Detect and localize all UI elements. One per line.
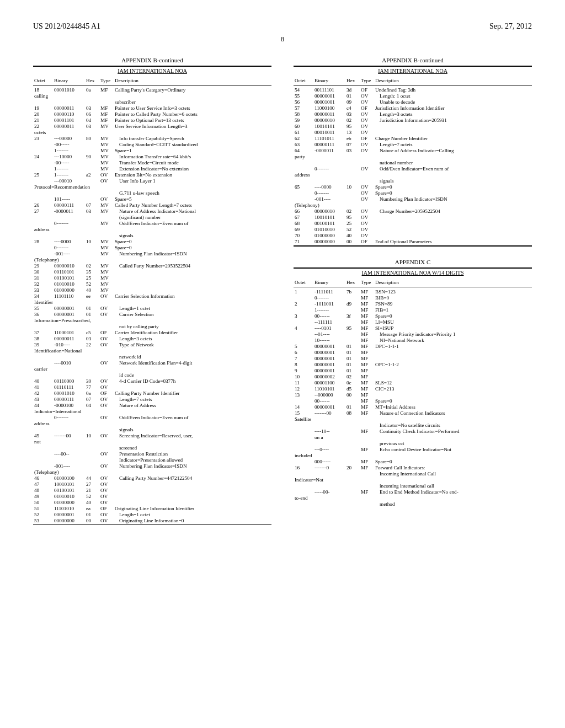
cell: Extension Indicator=No extension: [114, 165, 271, 172]
cell: 67: [294, 214, 313, 220]
table-row: included: [294, 452, 532, 458]
table-row: 560000100109OVUnable to decode: [294, 99, 532, 105]
cell: [313, 483, 345, 489]
table-c-title: IAM INTERNATIONAL NOA W/14 DIGITS: [294, 270, 532, 276]
table-row: 21000011010dMFPointer to Optional Part=1…: [33, 117, 271, 123]
cell: MF: [360, 386, 374, 392]
cell: 0d: [85, 117, 99, 123]
table-row: 260000011107MVCalled Party Number Length…: [33, 202, 271, 208]
cell: 34: [33, 293, 53, 299]
cell: 1: [294, 288, 313, 295]
cell: Echo control Device Indicator=Not: [374, 446, 532, 452]
cell: 08: [345, 410, 360, 416]
cell: [33, 165, 53, 172]
cell: 46: [33, 475, 53, 481]
cell: [360, 477, 374, 483]
cell: [85, 226, 99, 232]
cell: [53, 232, 85, 238]
cell: [114, 317, 271, 323]
cell: [99, 445, 114, 451]
cell: [99, 190, 114, 196]
cell: [345, 178, 360, 184]
cell: 03: [85, 335, 99, 341]
cell: incoming international call: [374, 483, 532, 489]
cell: 4-d Carrier ID Code=0377h: [114, 378, 271, 384]
cell: -0000100: [53, 402, 85, 408]
cell: [374, 452, 532, 458]
cell: included: [294, 452, 313, 458]
table-row: carrier: [33, 366, 271, 372]
cell: [114, 287, 271, 293]
table-row: party: [294, 153, 532, 159]
table-row: Information=Presubscribed,: [33, 317, 271, 323]
cell: 24: [33, 153, 53, 159]
cell: [33, 190, 53, 196]
col-header: Hex: [345, 77, 360, 84]
cell: [313, 422, 345, 428]
cell: Length=1 octet: [114, 305, 271, 311]
cell: MF: [360, 313, 374, 319]
cell: [85, 451, 99, 457]
cell: OV: [360, 123, 374, 129]
cell: Type of Network: [114, 341, 271, 347]
cell: 90: [85, 153, 99, 159]
cell: 0c: [345, 379, 360, 386]
cell: MV: [99, 275, 114, 281]
cell: ee: [85, 293, 99, 299]
cell: MF: [360, 446, 374, 452]
cell: [374, 129, 532, 135]
table-row: 220000001103MVUser Service Information L…: [33, 123, 271, 129]
cell: 40: [85, 499, 99, 505]
cell: 00111101: [313, 87, 345, 93]
cell: 32: [33, 281, 53, 287]
cell: [345, 452, 360, 458]
cell: [33, 451, 53, 457]
cell: [85, 360, 99, 366]
cell: -1111011: [313, 288, 345, 295]
cell: 22: [33, 123, 53, 129]
table-row: -001----OVNumbering Plan Indicator=ISDN: [294, 196, 532, 202]
cell: OF: [99, 390, 114, 396]
cell: [360, 501, 374, 507]
col-header: Octet: [294, 279, 313, 286]
cell: -010----: [53, 341, 85, 347]
cell: 01: [345, 343, 360, 349]
cell: 01: [345, 355, 360, 361]
table-row: 1-------MVExtension Indicator=No extensi…: [33, 165, 271, 172]
cell: [33, 244, 53, 250]
cell: [374, 349, 532, 355]
page-header: US 2012/0244845 A1 Sep. 27, 2012: [33, 22, 532, 31]
cell: 00------: [313, 313, 345, 319]
table-row: 490101001052OV: [33, 493, 271, 499]
cell: MV: [99, 159, 114, 165]
cell: [114, 256, 271, 263]
cell: MF: [99, 105, 114, 111]
cell: [85, 99, 99, 105]
cell: 5: [294, 343, 313, 349]
cell: [374, 214, 532, 220]
cell: [85, 178, 99, 184]
cell: [33, 214, 53, 220]
table-row: 0-------MFBIB=0: [294, 295, 532, 301]
cell: 31: [33, 275, 53, 281]
cell: [294, 165, 313, 172]
left-column: APPENDIX B-continued IAM INTERNATIONAL N…: [33, 55, 271, 526]
cell: 69: [294, 226, 313, 232]
table-row: 60000000101MF: [294, 349, 532, 355]
cell: OV: [99, 360, 114, 366]
cell: Numbering Plan Indicator=ISDN: [114, 250, 271, 256]
cell: DPC=1-1-1: [374, 343, 532, 349]
cell: 00: [345, 238, 360, 244]
cell: [294, 331, 313, 337]
table-row: 610001001113OV: [294, 129, 532, 135]
cell: Calling Party Number Identifier: [114, 390, 271, 396]
cell: [85, 469, 99, 475]
cell: 10010101: [313, 214, 345, 220]
table-row: 710000000000OFEnd of Optional Parameters: [294, 238, 532, 244]
cell: [360, 483, 374, 489]
cell: address: [33, 226, 53, 232]
cell: BIB=0: [374, 295, 532, 301]
cell: SLS=12: [374, 379, 532, 386]
cell: [99, 226, 114, 232]
cell: Spare=0: [374, 190, 532, 196]
